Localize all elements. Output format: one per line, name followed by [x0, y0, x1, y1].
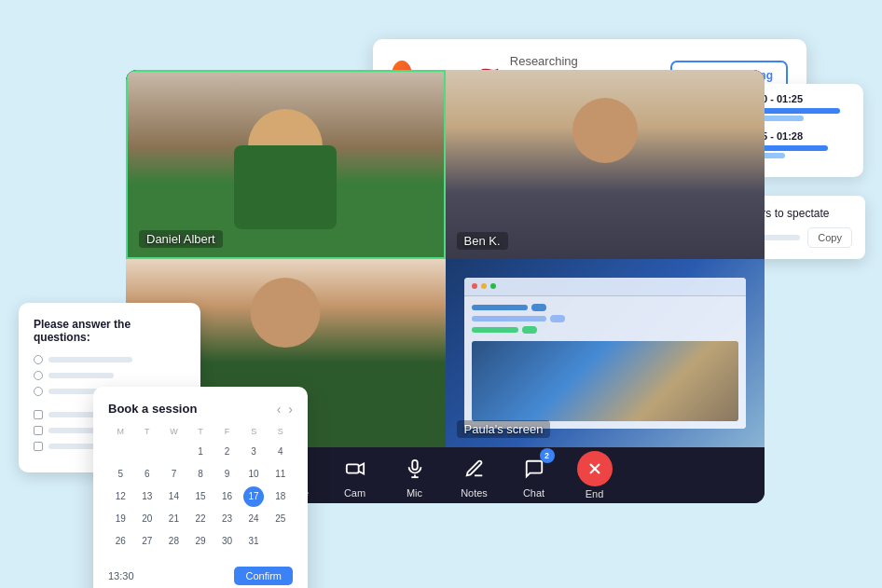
cal-day-11[interactable]: 11: [268, 464, 293, 485]
cal-day-28[interactable]: 28: [161, 531, 186, 552]
mic-icon: [398, 452, 432, 485]
calendar-days-header: M T W T F S S: [108, 427, 293, 436]
cal-day-31[interactable]: 31: [241, 531, 267, 552]
cam-icon: [338, 452, 372, 485]
cal-day-27[interactable]: 27: [135, 531, 160, 552]
notes-icon: [458, 452, 491, 485]
notes-button[interactable]: Notes: [458, 452, 491, 499]
calendar-nav: ‹ ›: [277, 403, 293, 416]
video-cell-screen: Paula's screen: [446, 259, 765, 448]
survey-radio-3[interactable]: [34, 387, 43, 396]
daniel-label: Daniel Albert: [139, 230, 223, 248]
chat-icon: 2: [517, 452, 551, 485]
ben-label: Ben K.: [457, 232, 508, 250]
cal-day-19[interactable]: 19: [108, 509, 133, 529]
cal-header-S1: S: [241, 427, 267, 436]
cal-day-25[interactable]: 25: [268, 509, 293, 529]
cal-day-5[interactable]: 5: [108, 464, 133, 485]
cal-header-T2: T: [188, 427, 214, 436]
chat-badge: 2: [540, 448, 555, 463]
cal-day-21[interactable]: 21: [161, 509, 186, 529]
survey-checkbox-1[interactable]: [34, 410, 43, 419]
cal-day-empty-last: [268, 531, 293, 552]
cal-day-8[interactable]: 8: [188, 464, 214, 485]
mic-label: Mic: [407, 487, 422, 499]
survey-title: Please answer the questions:: [34, 318, 186, 344]
cal-day-2[interactable]: 2: [214, 442, 240, 462]
svg-rect-3: [346, 464, 358, 472]
cal-day-13[interactable]: 13: [135, 486, 160, 507]
cal-day-10[interactable]: 10: [241, 464, 267, 485]
cal-header-S2: S: [268, 427, 293, 436]
cal-day-empty-3: [161, 442, 186, 462]
calendar-days: 1 2 3 4 5 6 7 8 9 10 11 12 13 14 15 16 1…: [108, 442, 293, 552]
cal-header-M: M: [108, 427, 133, 436]
screen-ui: [464, 278, 747, 430]
paula-screen-label: Paula's screen: [457, 420, 551, 438]
time-slot-1330[interactable]: 13:30 Confirm: [108, 561, 293, 588]
survey-radio-2[interactable]: [34, 371, 43, 380]
cal-day-29[interactable]: 29: [188, 531, 214, 552]
cal-day-3[interactable]: 3: [241, 442, 267, 462]
time-slots: 13:30 Confirm 14:00: [108, 561, 293, 588]
calendar-next-button[interactable]: ›: [288, 403, 293, 416]
end-button[interactable]: End: [577, 451, 613, 499]
screen-ui-content: [464, 296, 747, 430]
cal-day-14[interactable]: 14: [161, 486, 186, 507]
survey-line-2: [48, 373, 114, 378]
screen-img-area: [472, 341, 739, 422]
survey-checkbox-2[interactable]: [34, 426, 43, 435]
survey-line-1: [48, 357, 132, 362]
ben-video: [446, 70, 765, 259]
cal-header-T1: T: [135, 427, 160, 436]
confirm-1330-button[interactable]: Confirm: [234, 567, 293, 585]
survey-radio-1[interactable]: [34, 355, 43, 364]
screen-ui-header: [464, 278, 747, 296]
cal-day-30[interactable]: 30: [214, 531, 240, 552]
cal-day-16[interactable]: 16: [214, 486, 240, 507]
screen-content: [446, 259, 765, 448]
survey-option-2: [34, 371, 186, 380]
calendar-prev-button[interactable]: ‹: [277, 403, 282, 416]
video-cell-daniel: Daniel Albert: [126, 70, 446, 259]
cal-day-4[interactable]: 4: [268, 442, 293, 462]
cal-day-24[interactable]: 24: [241, 509, 267, 529]
cal-day-17-selected[interactable]: 17: [243, 486, 264, 507]
cal-day-9[interactable]: 9: [214, 464, 240, 485]
video-cell-ben: Ben K.: [446, 70, 765, 259]
notes-label: Notes: [461, 487, 488, 499]
daniel-video: [128, 72, 444, 257]
cam-button[interactable]: Cam: [338, 452, 372, 499]
time-label-1330: 13:30: [108, 570, 134, 581]
calendar-overlay: Book a session ‹ › M T W T F S S 1 2 3 4…: [93, 387, 308, 588]
cal-day-6[interactable]: 6: [135, 464, 160, 485]
cal-day-23[interactable]: 23: [214, 509, 240, 529]
survey-checkbox-3[interactable]: [34, 442, 43, 451]
calendar-title: Book a session: [108, 402, 197, 416]
cal-header-W: W: [161, 427, 186, 436]
cam-label: Cam: [344, 487, 365, 499]
end-label: End: [586, 488, 604, 499]
cal-day-15[interactable]: 15: [188, 486, 214, 507]
cal-day-12[interactable]: 12: [108, 486, 133, 507]
cal-day-7[interactable]: 7: [161, 464, 186, 485]
survey-option-1: [34, 355, 186, 364]
mic-button[interactable]: Mic: [398, 452, 432, 499]
cal-header-F: F: [214, 427, 240, 436]
copy-button[interactable]: Copy: [807, 227, 852, 248]
chat-button[interactable]: 2 Chat: [517, 452, 551, 499]
chat-label: Chat: [523, 487, 544, 499]
cal-day-20[interactable]: 20: [135, 509, 160, 529]
cal-day-26[interactable]: 26: [108, 531, 133, 552]
cal-day-18[interactable]: 18: [268, 486, 293, 507]
svg-rect-4: [412, 460, 418, 470]
end-icon: [577, 451, 613, 486]
calendar-header: Book a session ‹ ›: [108, 402, 293, 416]
cal-day-22[interactable]: 22: [188, 509, 214, 529]
cal-day-empty-2: [135, 442, 160, 462]
cal-day-1[interactable]: 1: [188, 442, 214, 462]
cal-day-empty-1: [108, 442, 133, 462]
